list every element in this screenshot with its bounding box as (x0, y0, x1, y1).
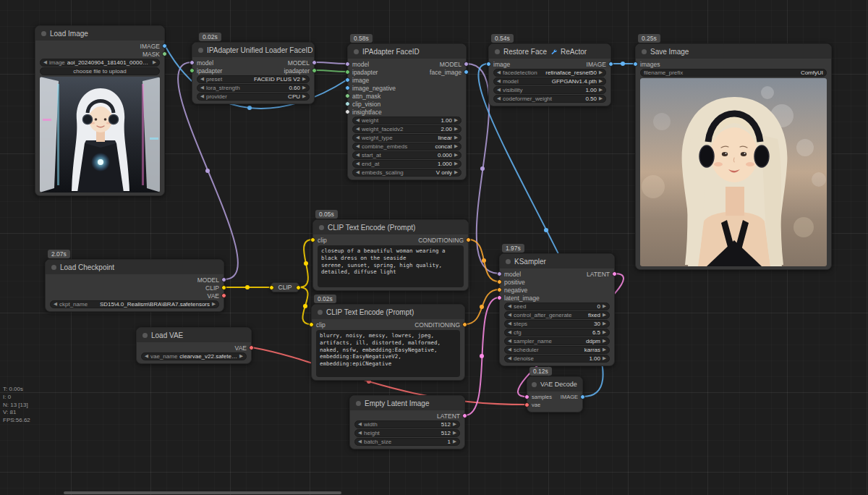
image-slot-dot[interactable] (608, 62, 613, 67)
input-slot-model[interactable]: model (348, 61, 369, 68)
collapse-dot[interactable] (41, 31, 46, 36)
combo-right-arrow-icon[interactable]: ▶ (153, 60, 156, 65)
widget-codeformer-weight[interactable]: ◀ codeformer_weight 0.50 ▶ (493, 95, 606, 103)
widget-weight-type[interactable]: ◀ weight_type linear ▶ (352, 134, 461, 142)
latent-slot-dot[interactable] (612, 271, 617, 276)
node-title-bar[interactable]: Save Image (636, 44, 831, 59)
node-load-image[interactable]: Load Image IMAGE MASK ◀ image aoi_202409… (35, 25, 165, 196)
increment-arrow-icon[interactable]: ▶ (603, 356, 606, 361)
combo-left-arrow-icon[interactable]: ◀ (497, 79, 501, 84)
combo-right-arrow-icon[interactable]: ▶ (603, 347, 606, 352)
model-slot-dot[interactable] (497, 271, 502, 276)
model-slot-dot[interactable] (464, 62, 469, 67)
widget-combine-embeds[interactable]: ◀ combine_embeds concat ▶ (352, 143, 461, 151)
input-slot-vae[interactable]: vae (527, 402, 540, 408)
image-slot-dot[interactable] (345, 77, 350, 82)
image-slot-dot[interactable] (464, 69, 469, 75)
input-slot-positive[interactable]: positive (500, 279, 525, 286)
increment-arrow-icon[interactable]: ▶ (454, 118, 458, 123)
node-title-bar[interactable]: IPAdapter FaceID (348, 44, 466, 59)
vae-slot-dot[interactable] (524, 402, 529, 407)
increment-arrow-icon[interactable]: ▶ (453, 439, 456, 444)
clip-slot-dot[interactable] (310, 237, 315, 242)
clip-slot-dot[interactable] (309, 322, 314, 327)
node-load-checkpoint[interactable]: Load Checkpoint MODEL CLIP VAE ◀ ckpt_na… (45, 259, 224, 312)
collapse-dot[interactable] (198, 48, 203, 53)
insightface-slot-dot[interactable] (345, 109, 350, 114)
conditioning-slot-dot[interactable] (497, 287, 502, 292)
widget-sampler-name[interactable]: ◀ sampler_name ddpm ▶ (504, 337, 610, 345)
decrement-arrow-icon[interactable]: ◀ (200, 85, 204, 90)
widget-filename-prefix[interactable]: filename_prefix ComfyUI (640, 69, 827, 77)
conditioning-slot-dot[interactable] (462, 322, 467, 327)
model-slot-dot[interactable] (312, 60, 317, 65)
input-slot-clip-vision[interactable]: clip_vision (348, 101, 380, 108)
node-title-bar[interactable]: Load Image (35, 26, 164, 41)
combo-right-arrow-icon[interactable]: ▶ (302, 77, 306, 82)
output-slot-vae[interactable]: VAE (235, 344, 251, 352)
image-slot-dot[interactable] (633, 62, 638, 67)
input-slot-image[interactable]: image (489, 61, 510, 68)
output-slot-conditioning[interactable]: CONDITIONING (414, 321, 464, 329)
widget-control-after-generate[interactable]: ◀ control_after_generate fixed ▶ (504, 311, 610, 319)
node-ipadapter-unified-loader[interactable]: IPAdapter Unified Loader FaceID model MO… (192, 42, 315, 104)
combo-left-arrow-icon[interactable]: ◀ (200, 94, 204, 99)
collapse-dot[interactable] (356, 401, 361, 406)
reroute-clip-node[interactable]: CLIP (271, 282, 299, 292)
widget-weight-faceidv2[interactable]: ◀ weight_faceidv2 2.00 ▶ (352, 125, 461, 133)
collapse-dot[interactable] (142, 333, 148, 338)
node-vae-decode[interactable]: VAE Decode samples IMAGE vae (527, 376, 583, 412)
input-slot-clip[interactable]: clip (312, 321, 326, 329)
node-load-vae[interactable]: Load VAE VAE ◀ vae_name clearvae_v22.saf… (136, 327, 252, 364)
node-title-bar[interactable]: KSampler (500, 254, 614, 268)
decrement-arrow-icon[interactable]: ◀ (497, 96, 501, 101)
combo-right-arrow-icon[interactable]: ▶ (603, 313, 606, 318)
collapse-dot[interactable] (532, 382, 537, 387)
combo-left-arrow-icon[interactable]: ◀ (508, 339, 511, 344)
conditioning-slot-dot[interactable] (497, 279, 502, 284)
input-slot-image[interactable]: image (348, 77, 369, 84)
node-title-bar[interactable]: Load Checkpoint (46, 260, 224, 274)
combo-left-arrow-icon[interactable]: ◀ (508, 313, 511, 318)
negative-prompt-textarea[interactable]: blurry, noisy, messy, lowres, jpeg, arti… (316, 330, 460, 377)
decrement-arrow-icon[interactable]: ◀ (508, 321, 511, 326)
latent-slot-dot[interactable] (524, 394, 529, 399)
decrement-arrow-icon[interactable]: ◀ (497, 88, 501, 93)
conditioning-slot-dot[interactable] (466, 237, 471, 242)
input-slot-images[interactable]: images (636, 61, 660, 68)
combo-right-arrow-icon[interactable]: ▶ (454, 135, 458, 140)
ipadapter-slot-dot[interactable] (190, 68, 195, 73)
combo-right-arrow-icon[interactable]: ▶ (454, 170, 458, 175)
input-slot-insightface[interactable]: insightface (348, 109, 382, 116)
collapse-dot[interactable] (51, 265, 56, 270)
vae-slot-dot[interactable] (249, 345, 254, 350)
clip-vision-slot-dot[interactable] (345, 101, 350, 106)
input-slot-latent-image[interactable]: latent_image (500, 295, 540, 302)
increment-arrow-icon[interactable]: ▶ (603, 304, 606, 309)
decrement-arrow-icon[interactable]: ◀ (358, 439, 362, 444)
widget-width[interactable]: ◀ width 512 ▶ (354, 420, 460, 428)
widget-start-at[interactable]: ◀ start_at 0.000 ▶ (352, 151, 461, 159)
image-slot-dot[interactable] (486, 62, 491, 67)
combo-right-arrow-icon[interactable]: ▶ (599, 79, 603, 84)
combo-left-arrow-icon[interactable]: ◀ (356, 144, 359, 149)
latent-slot-dot[interactable] (497, 295, 502, 300)
image-slot-dot[interactable] (345, 85, 350, 90)
node-title-bar[interactable]: VAE Decode (527, 377, 582, 392)
input-slot-model[interactable]: model (500, 271, 521, 278)
decrement-arrow-icon[interactable]: ◀ (356, 118, 359, 123)
input-slot-image-negative[interactable]: image_negative (348, 85, 396, 92)
increment-arrow-icon[interactable]: ▶ (599, 96, 603, 101)
node-title-bar[interactable]: Load VAE (137, 328, 251, 342)
decrement-arrow-icon[interactable]: ◀ (356, 127, 359, 132)
combo-right-arrow-icon[interactable]: ▶ (454, 144, 458, 149)
widget-denoise[interactable]: ◀ denoise 1.00 ▶ (504, 355, 610, 363)
increment-arrow-icon[interactable]: ▶ (603, 321, 606, 326)
clip-slot-dot[interactable] (269, 285, 274, 290)
increment-arrow-icon[interactable]: ▶ (454, 127, 458, 132)
output-slot-image[interactable]: IMAGE (587, 61, 610, 68)
widget-scheduler[interactable]: ◀ scheduler karras ▶ (504, 346, 610, 354)
widget-weight[interactable]: ◀ weight 1.00 ▶ (352, 117, 461, 124)
node-clip-text-encode-positive[interactable]: CLIP Text Encode (Prompt) clip CONDITION… (312, 219, 469, 291)
image-slot-dot[interactable] (162, 43, 167, 48)
